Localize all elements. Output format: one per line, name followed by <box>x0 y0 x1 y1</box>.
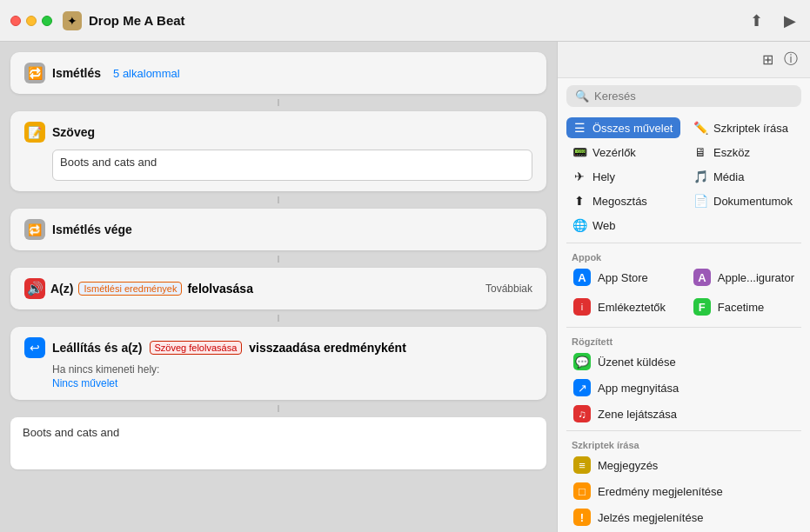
apps-section-label: Appok <box>566 247 801 264</box>
traffic-lights <box>10 16 52 26</box>
list-item-send-message[interactable]: 💬 Üzenet küldése <box>566 349 801 375</box>
reminders-icon: i <box>573 298 591 316</box>
stop-subtext: Ha nincs kimeneti hely: <box>24 363 532 376</box>
read-icon: 🔊 <box>24 278 45 299</box>
category-section: ☰ Összes művelet ✏️ Szkriptek írása 📟 Ve… <box>558 114 810 532</box>
show-alert-icon: ! <box>573 509 591 526</box>
cat-documents[interactable]: 📄 Dokumentumok <box>687 190 801 211</box>
list-item-appstore[interactable]: A App Store <box>566 264 679 290</box>
read-badge[interactable]: Ismétlési eredmények <box>78 282 182 296</box>
stop-title: Leállítás és a(z) <box>52 341 143 355</box>
pinned-section-label: Rögzített <box>566 331 801 349</box>
repeat-icon: 🔁 <box>24 63 45 83</box>
list-item-applegurator[interactable]: A Apple...igurator <box>686 264 801 290</box>
read-title: A(z) <box>50 282 73 296</box>
share-button[interactable]: ⬆ <box>746 10 766 32</box>
actions-panel: ⊞ ⓘ 🔍 ☰ Összes művelet ✏️ Szkriptek írás… <box>557 42 810 532</box>
search-bar: 🔍 <box>566 85 801 107</box>
appstore-icon: A <box>573 269 591 286</box>
search-input[interactable] <box>594 90 793 103</box>
minimize-button[interactable] <box>26 16 37 26</box>
list-item-open-app[interactable]: ↗ App megnyitása <box>566 375 801 401</box>
repeat-end-title: Ismétlés vége <box>52 223 132 236</box>
cat-location-icon: ✈ <box>572 170 587 183</box>
divider-scripts <box>566 430 801 431</box>
text-input[interactable]: Boots and cats and <box>52 150 532 181</box>
close-button[interactable] <box>10 16 21 26</box>
divider-pinned <box>566 327 801 328</box>
cat-all-icon: ☰ <box>572 121 587 135</box>
right-panel-header: ⊞ ⓘ <box>558 42 810 78</box>
list-item-show-alert[interactable]: ! Jelzés megjelenítése <box>566 504 801 530</box>
app-icon: ✦ <box>63 11 82 30</box>
cat-scripts-icon: ✏️ <box>693 121 708 135</box>
window-title: Drop Me A Beat <box>89 13 185 28</box>
cat-controllers-icon: 📟 <box>572 145 587 159</box>
stop-icon: ↩ <box>24 337 45 358</box>
list-item-reminders[interactable]: i Emlékeztetők <box>566 294 679 320</box>
read-more-button[interactable]: Továbbiak <box>485 283 532 295</box>
cat-web[interactable]: 🌐 Web <box>566 215 680 236</box>
cat-media-icon: 🎵 <box>693 170 708 183</box>
text-icon: 📝 <box>24 122 45 143</box>
note-icon: ≡ <box>573 456 591 474</box>
list-item-play-music[interactable]: ♫ Zene lejátszása <box>566 401 801 427</box>
cat-location[interactable]: ✈ Hely <box>566 166 680 187</box>
repeat-title: Ismétlés <box>52 66 101 80</box>
output-text: Boots and cats and <box>23 426 119 439</box>
search-icon: 🔍 <box>575 90 589 103</box>
send-msg-icon: 💬 <box>573 353 591 370</box>
stop-badge[interactable]: Szöveg felolvasása <box>150 341 243 355</box>
repeat-end-card: 🔁 Ismétlés vége <box>10 209 546 250</box>
play-button[interactable]: ▶ <box>780 10 800 32</box>
cat-web-icon: 🌐 <box>572 218 587 232</box>
applegurator-icon: A <box>693 269 711 286</box>
stop-no-action[interactable]: Nincs művelet <box>24 377 532 389</box>
read-aloud-card: 🔊 A(z) Ismétlési eredmények felolvasása … <box>10 268 546 309</box>
cat-tools[interactable]: 🖥 Eszköz <box>687 142 801 163</box>
read-suffix: felolvasása <box>187 282 253 296</box>
list-item-show-result[interactable]: □ Eredmény megjelenítése <box>566 478 801 504</box>
divider-apps <box>566 243 801 243</box>
cat-documents-icon: 📄 <box>693 194 708 208</box>
cat-controllers[interactable]: 📟 Vezérlők <box>566 142 680 163</box>
facetime-icon: F <box>693 298 711 316</box>
workflow-canvas: 🔁 Ismétlés 5 alkalommal 📝 Szöveg Boots a… <box>0 42 557 532</box>
cat-sharing[interactable]: ⬆ Megosztás <box>566 190 680 211</box>
cat-sharing-icon: ⬆ <box>572 194 587 208</box>
maximize-button[interactable] <box>42 16 52 26</box>
repeat-card: 🔁 Ismétlés 5 alkalommal <box>10 52 546 94</box>
text-title: Szöveg <box>52 125 95 139</box>
add-to-favorites-button[interactable]: ⊞ <box>760 50 775 70</box>
list-item-facetime[interactable]: F Facetime <box>686 294 801 320</box>
output-area: Boots and cats and <box>10 417 546 469</box>
list-item-note[interactable]: ≡ Megjegyzés <box>566 452 801 478</box>
title-bar: ✦ Drop Me A Beat ⬆ ▶ <box>0 0 810 42</box>
text-card: 📝 Szöveg Boots and cats and <box>10 111 546 191</box>
stop-card: ↩ Leállítás és a(z) Szöveg felolvasása v… <box>10 327 546 400</box>
info-button[interactable]: ⓘ <box>782 49 800 70</box>
cat-media[interactable]: 🎵 Média <box>687 166 801 187</box>
stop-suffix: visszaadása eredményként <box>249 341 406 355</box>
scripts-section-label: Szkriptek írása <box>566 435 801 452</box>
cat-all-operations[interactable]: ☰ Összes művelet <box>566 117 680 138</box>
repeat-end-icon: 🔁 <box>24 219 45 240</box>
open-app-icon: ↗ <box>573 379 591 396</box>
show-result-icon: □ <box>573 482 591 500</box>
play-music-icon: ♫ <box>573 405 591 422</box>
cat-tools-icon: 🖥 <box>693 145 708 159</box>
repeat-badge: 5 alkalommal <box>108 66 185 81</box>
cat-scripts-write[interactable]: ✏️ Szkriptek írása <box>687 117 801 138</box>
